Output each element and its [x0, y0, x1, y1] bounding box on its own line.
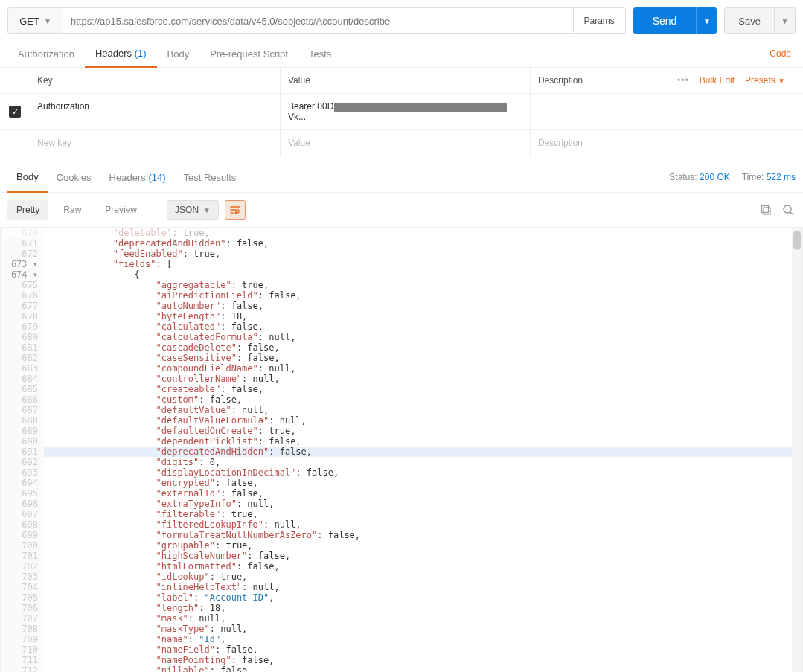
- tab-headers[interactable]: Headers (1): [85, 40, 157, 68]
- code-line[interactable]: 687 "defaultValue": null,: [1, 405, 802, 415]
- view-preview[interactable]: Preview: [96, 200, 146, 220]
- new-header-row: New key Value Description: [0, 130, 803, 156]
- headers-table-header: Key Value Description ••• Bulk Edit Pres…: [0, 68, 803, 94]
- copy-button[interactable]: [758, 202, 773, 217]
- code-line[interactable]: 682 "caseSensitive": false,: [1, 353, 802, 363]
- code-line[interactable]: 711 "namePointing": false,: [1, 655, 802, 665]
- time-info: Time: 522 ms: [742, 172, 796, 182]
- response-body[interactable]: 670 "deletable": true,671 "deprecatedAnd…: [0, 228, 803, 672]
- code-line[interactable]: 696 "extraTypeInfo": null,: [1, 499, 802, 509]
- code-line[interactable]: 705 "label": "Account ID",: [1, 592, 802, 603]
- code-line[interactable]: 690 "dependentPicklist": false,: [1, 436, 802, 447]
- code-line[interactable]: 692 "digits": 0,: [1, 457, 802, 467]
- save-dropdown[interactable]: ▼: [775, 7, 796, 34]
- code-line[interactable]: 672 "feedEnabled": true,: [1, 249, 802, 259]
- resp-tab-body[interactable]: Body: [7, 162, 48, 193]
- send-button[interactable]: Send: [633, 7, 697, 34]
- resp-tab-headers[interactable]: Headers (14): [100, 163, 175, 192]
- save-button[interactable]: Save: [724, 7, 775, 34]
- tab-authorization[interactable]: Authorization: [7, 41, 85, 67]
- header-value-pre: Bearer 00D: [288, 101, 333, 112]
- request-bar: GET ▼ https://ap15.salesforce.com/servic…: [0, 0, 803, 34]
- code-line[interactable]: 680 "calculatedFormula": null,: [1, 332, 802, 342]
- code-line[interactable]: 691 "deprecatedAndHidden": false,: [1, 447, 802, 457]
- code-line[interactable]: 693 "displayLocationInDecimal": false,: [1, 467, 802, 478]
- copy-icon: [761, 205, 772, 216]
- code-line[interactable]: 686 "custom": false,: [1, 394, 802, 405]
- scroll-thumb[interactable]: [793, 231, 801, 250]
- code-line[interactable]: 712 "nillable": false,: [1, 665, 802, 672]
- code-line[interactable]: 698 "filteredLookupInfo": null,: [1, 519, 802, 530]
- code-line[interactable]: 699 "formulaTreatNullNumberAsZero": fals…: [1, 530, 802, 540]
- code-line[interactable]: 702 "htmlFormatted": false,: [1, 561, 802, 572]
- scrollbar[interactable]: [792, 228, 802, 672]
- bulk-edit-link[interactable]: Bulk Edit: [700, 75, 735, 86]
- view-pretty[interactable]: Pretty: [7, 200, 48, 220]
- code-line[interactable]: 685 "createable": false,: [1, 384, 802, 394]
- code-line[interactable]: 708 "maskType": null,: [1, 624, 802, 634]
- code-line[interactable]: 694 "encrypted": false,: [1, 478, 802, 488]
- row-checkbox[interactable]: ✓: [9, 106, 21, 118]
- header-key[interactable]: Authorization: [30, 94, 280, 129]
- new-desc-input[interactable]: Description: [530, 130, 803, 156]
- format-select[interactable]: JSON▼: [167, 200, 219, 220]
- method-label: GET: [19, 16, 39, 27]
- code-line[interactable]: 683 "compoundFieldName": null,: [1, 363, 802, 374]
- resp-tab-cookies[interactable]: Cookies: [48, 163, 100, 192]
- code-line[interactable]: 676 "aiPredictionField": false,: [1, 290, 802, 301]
- params-label: Params: [583, 16, 614, 26]
- code-line[interactable]: 697 "filterable": true,: [1, 509, 802, 519]
- chevron-down-icon: ▼: [44, 17, 51, 25]
- code-line[interactable]: 701 "highScaleNumber": false,: [1, 551, 802, 561]
- new-key-input[interactable]: New key: [30, 130, 280, 156]
- wrap-toggle[interactable]: [225, 200, 246, 220]
- presets-dropdown[interactable]: Presets ▼: [745, 75, 785, 86]
- url-input[interactable]: https://ap15.salesforce.com/services/dat…: [63, 7, 574, 34]
- code-line[interactable]: 677 "autoNumber": false,: [1, 301, 802, 311]
- header-row: ✓ Authorization Bearer 00DVk...: [0, 94, 803, 130]
- code-line[interactable]: 681 "cascadeDelete": false,: [1, 342, 802, 353]
- code-link[interactable]: Code: [765, 41, 796, 66]
- code-line[interactable]: 673 ▾ "fields": [: [1, 259, 802, 269]
- code-line[interactable]: 695 "externalId": false,: [1, 488, 802, 499]
- response-tabs: Body Cookies Headers (14) Test Results S…: [0, 162, 803, 193]
- svg-rect-1: [761, 205, 768, 212]
- code-line[interactable]: 688 "defaultValueFormula": null,: [1, 415, 802, 426]
- header-value[interactable]: Bearer 00DVk...: [280, 94, 530, 129]
- col-desc-label: Description: [538, 75, 583, 86]
- code-line[interactable]: 684 "controllerName": null,: [1, 374, 802, 384]
- method-select[interactable]: GET ▼: [7, 7, 63, 34]
- code-line[interactable]: 707 "mask": null,: [1, 613, 802, 624]
- code-line[interactable]: 709 "name": "Id",: [1, 634, 802, 644]
- code-line[interactable]: 704 "inlineHelpText": null,: [1, 582, 802, 592]
- code-line[interactable]: 674 ▾ {: [1, 269, 802, 280]
- send-dropdown[interactable]: ▼: [696, 7, 717, 34]
- format-label: JSON: [175, 205, 199, 215]
- header-desc[interactable]: [530, 94, 803, 129]
- search-icon: [782, 204, 794, 216]
- presets-label: Presets: [745, 75, 775, 86]
- code-line[interactable]: 675 "aggregatable": true,: [1, 280, 802, 290]
- code-line[interactable]: 700 "groupable": true,: [1, 540, 802, 551]
- tab-body[interactable]: Body: [157, 41, 200, 67]
- code-line[interactable]: 670 "deletable": true,: [1, 228, 802, 238]
- code-line[interactable]: 689 "defaultedOnCreate": true,: [1, 426, 802, 436]
- more-icon[interactable]: •••: [677, 75, 689, 86]
- svg-rect-0: [764, 208, 770, 214]
- code-line[interactable]: 706 "length": 18,: [1, 603, 802, 613]
- code-line[interactable]: 710 "nameField": false,: [1, 644, 802, 655]
- resp-tab-tests[interactable]: Test Results: [175, 163, 246, 192]
- tab-prerequest[interactable]: Pre-request Script: [199, 41, 298, 67]
- code-line[interactable]: 703 "idLookup": true,: [1, 572, 802, 582]
- search-button[interactable]: [781, 202, 796, 217]
- view-raw[interactable]: Raw: [54, 200, 90, 220]
- col-description: Description ••• Bulk Edit Presets ▼: [530, 68, 803, 93]
- code-line[interactable]: 671 "deprecatedAndHidden": false,: [1, 238, 802, 249]
- request-tabs: Authorization Headers (1) Body Pre-reque…: [0, 34, 803, 68]
- code-line[interactable]: 679 "calculated": false,: [1, 321, 802, 332]
- params-button[interactable]: Params: [574, 7, 626, 34]
- chevron-down-icon: ▼: [778, 77, 785, 85]
- tab-tests[interactable]: Tests: [298, 41, 342, 67]
- code-line[interactable]: 678 "byteLength": 18,: [1, 311, 802, 321]
- new-value-input[interactable]: Value: [280, 130, 530, 156]
